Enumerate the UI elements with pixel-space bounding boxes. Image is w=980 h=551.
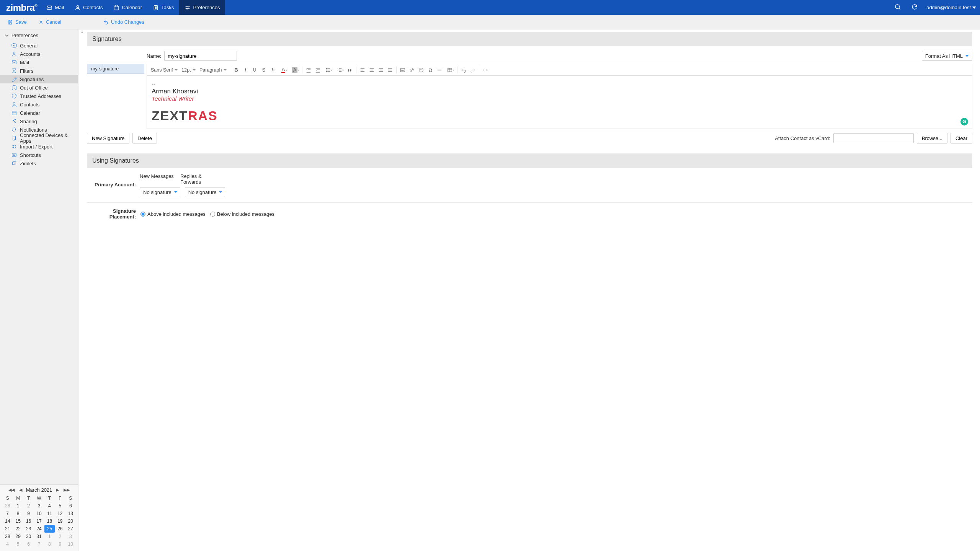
bold-button[interactable]: B <box>232 65 241 75</box>
cal-day[interactable]: 22 <box>13 525 23 533</box>
insert-image-button[interactable] <box>398 65 407 75</box>
underline-button[interactable]: U <box>250 65 259 75</box>
italic-button[interactable]: I <box>241 65 250 75</box>
hr-button[interactable] <box>435 65 444 75</box>
outdent-button[interactable] <box>304 65 313 75</box>
sidebar-item-mail[interactable]: Mail <box>0 58 78 67</box>
cal-day[interactable]: 3 <box>34 502 44 510</box>
strike-button[interactable]: S <box>259 65 268 75</box>
sidebar-item-filters[interactable]: Filters <box>0 67 78 75</box>
emoji-button[interactable] <box>416 65 426 75</box>
cal-day[interactable]: 4 <box>44 502 55 510</box>
cal-day[interactable]: 31 <box>34 533 44 540</box>
redo-edit-button[interactable] <box>468 65 477 75</box>
cal-day[interactable]: 2 <box>55 533 65 540</box>
sidebar-item-general[interactable]: General <box>0 41 78 50</box>
cal-day[interactable]: 23 <box>23 525 34 533</box>
cal-day[interactable]: 9 <box>23 510 34 517</box>
cal-day[interactable]: 25 <box>44 525 55 533</box>
nav-mail[interactable]: Mail <box>41 0 69 15</box>
cal-day[interactable]: 6 <box>65 502 76 510</box>
clear-format-button[interactable]: Ix <box>268 65 278 75</box>
new-messages-signature-select[interactable]: No signature <box>140 187 180 197</box>
signature-name-input[interactable] <box>164 51 237 61</box>
align-center-button[interactable] <box>367 65 376 75</box>
cal-day[interactable]: 8 <box>13 510 23 517</box>
placement-above-radio[interactable]: Above included messages <box>140 211 206 217</box>
delete-signature-button[interactable]: Delete <box>132 133 157 143</box>
cal-day[interactable]: 26 <box>55 525 65 533</box>
cal-day[interactable]: 1 <box>13 502 23 510</box>
placement-below-radio[interactable]: Below included messages <box>210 211 274 217</box>
search-button[interactable] <box>893 2 903 13</box>
font-size-select[interactable]: 12pt <box>179 67 197 73</box>
cal-day[interactable]: 5 <box>55 502 65 510</box>
undo-changes-button[interactable]: Undo Changes <box>101 18 147 26</box>
user-menu[interactable]: admin@domain.test <box>926 5 976 10</box>
font-family-select[interactable]: Sans Serif <box>149 67 179 73</box>
cal-day[interactable]: 27 <box>65 525 76 533</box>
number-list-button[interactable]: 12 <box>334 65 345 75</box>
cal-day[interactable]: 8 <box>44 540 55 548</box>
cal-day[interactable]: 6 <box>23 540 34 548</box>
indent-button[interactable] <box>313 65 322 75</box>
new-signature-button[interactable]: New Signature <box>87 133 129 143</box>
cal-next-month[interactable]: ▶ <box>55 487 60 492</box>
sidebar-item-connected-devices-apps[interactable]: Connected Devices & Apps <box>0 134 78 142</box>
cal-day[interactable]: 13 <box>65 510 76 517</box>
sidebar-item-zimlets[interactable]: ZZimlets <box>0 159 78 168</box>
sidebar-item-sharing[interactable]: Sharing <box>0 117 78 126</box>
cal-day[interactable]: 28 <box>2 502 13 510</box>
sidebar-header[interactable]: Preferences <box>0 29 78 41</box>
nav-contacts[interactable]: Contacts <box>69 0 108 15</box>
cal-day[interactable]: 2 <box>23 502 34 510</box>
blockquote-button[interactable] <box>345 65 354 75</box>
cal-day[interactable]: 20 <box>65 517 76 525</box>
sidebar-item-shortcuts[interactable]: Shortcuts <box>0 151 78 159</box>
refresh-button[interactable] <box>910 2 920 13</box>
text-color-button[interactable]: A <box>278 65 289 75</box>
highlight-color-button[interactable]: A <box>289 65 301 75</box>
cal-day[interactable]: 4 <box>2 540 13 548</box>
bullet-list-button[interactable] <box>322 65 334 75</box>
cal-day[interactable]: 1 <box>44 533 55 540</box>
nav-tasks[interactable]: Tasks <box>147 0 179 15</box>
replies-signature-select[interactable]: No signature <box>185 187 225 197</box>
cal-day[interactable]: 10 <box>65 540 76 548</box>
align-right-button[interactable] <box>376 65 385 75</box>
align-justify-button[interactable] <box>385 65 395 75</box>
cal-day[interactable]: 15 <box>13 517 23 525</box>
clear-button[interactable]: Clear <box>951 133 972 143</box>
cancel-button[interactable]: Cancel <box>36 18 64 26</box>
table-button[interactable] <box>444 65 456 75</box>
align-left-button[interactable] <box>358 65 367 75</box>
cal-day[interactable]: 29 <box>13 533 23 540</box>
source-button[interactable] <box>481 65 490 75</box>
cal-day[interactable]: 14 <box>2 517 13 525</box>
sidebar-item-accounts[interactable]: Accounts <box>0 50 78 58</box>
block-format-select[interactable]: Paragraph <box>197 67 228 73</box>
save-button[interactable]: Save <box>5 18 29 26</box>
cal-day[interactable]: 12 <box>55 510 65 517</box>
cal-day[interactable]: 17 <box>34 517 44 525</box>
cal-prev-month[interactable]: ◀ <box>18 487 23 492</box>
cal-prev-year[interactable]: ◀◀ <box>8 487 15 492</box>
cal-day[interactable]: 24 <box>34 525 44 533</box>
format-as-html-button[interactable]: Format As HTML <box>922 51 972 61</box>
vcard-input[interactable] <box>833 133 914 143</box>
sidebar-item-trusted-addresses[interactable]: Trusted Addresses <box>0 92 78 100</box>
cal-day[interactable]: 30 <box>23 533 34 540</box>
cal-day[interactable]: 5 <box>13 540 23 548</box>
cal-day[interactable]: 18 <box>44 517 55 525</box>
cal-day[interactable]: 9 <box>55 540 65 548</box>
cal-day[interactable]: 11 <box>44 510 55 517</box>
nav-preferences[interactable]: Preferences <box>179 0 225 15</box>
cal-day[interactable]: 19 <box>55 517 65 525</box>
cal-day[interactable]: 10 <box>34 510 44 517</box>
cal-next-year[interactable]: ▶▶ <box>63 487 70 492</box>
app-logo[interactable]: zimbra® <box>6 2 37 13</box>
sidebar-item-contacts[interactable]: Contacts <box>0 100 78 109</box>
sidebar-item-calendar[interactable]: Calendar <box>0 109 78 117</box>
cal-day[interactable]: 3 <box>65 533 76 540</box>
grammarly-icon[interactable]: G <box>960 118 968 126</box>
